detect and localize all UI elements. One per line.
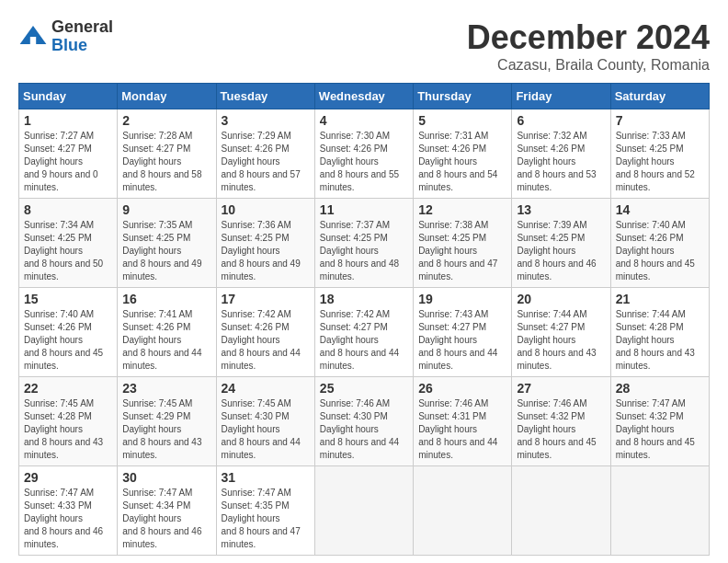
day-info: Sunrise: 7:42 AMSunset: 4:26 PMDaylight …: [222, 309, 301, 371]
page-container: General Blue December 2024 Cazasu, Brail…: [18, 18, 710, 556]
table-row: 6 Sunrise: 7:32 AMSunset: 4:26 PMDayligh…: [512, 109, 610, 199]
day-number: 4: [320, 113, 408, 128]
day-number: 16: [122, 292, 210, 306]
day-number: 28: [616, 381, 704, 396]
day-number: 23: [122, 381, 210, 396]
calendar-header-row: Sunday Monday Tuesday Wednesday Thursday…: [19, 84, 710, 109]
table-row: 3 Sunrise: 7:29 AMSunset: 4:26 PMDayligh…: [216, 109, 314, 199]
day-info: Sunrise: 7:30 AMSunset: 4:26 PMDaylight …: [320, 131, 399, 192]
logo-icon: [18, 22, 48, 52]
svg-rect-1: [30, 37, 36, 44]
header-saturday: Saturday: [610, 84, 709, 109]
day-info: Sunrise: 7:46 AMSunset: 4:32 PMDaylight …: [517, 398, 596, 460]
day-info: Sunrise: 7:40 AMSunset: 4:26 PMDaylight …: [24, 309, 103, 371]
header-tuesday: Tuesday: [216, 84, 314, 109]
day-info: Sunrise: 7:38 AMSunset: 4:25 PMDaylight …: [418, 220, 497, 282]
table-row: 8 Sunrise: 7:34 AMSunset: 4:25 PMDayligh…: [19, 199, 118, 288]
header-wednesday: Wednesday: [314, 84, 413, 109]
day-number: 5: [418, 113, 506, 128]
table-row: 11 Sunrise: 7:37 AMSunset: 4:25 PMDaylig…: [314, 199, 413, 288]
day-number: 30: [122, 470, 210, 485]
table-row: 23 Sunrise: 7:45 AMSunset: 4:29 PMDaylig…: [118, 377, 216, 466]
day-info: Sunrise: 7:40 AMSunset: 4:26 PMDaylight …: [616, 220, 695, 282]
day-info: Sunrise: 7:46 AMSunset: 4:31 PMDaylight …: [418, 398, 497, 460]
table-row: 18 Sunrise: 7:42 AMSunset: 4:27 PMDaylig…: [314, 288, 413, 377]
table-row: [414, 466, 512, 556]
day-info: Sunrise: 7:42 AMSunset: 4:27 PMDaylight …: [320, 309, 399, 371]
day-info: Sunrise: 7:45 AMSunset: 4:28 PMDaylight …: [24, 398, 103, 460]
table-row: 2 Sunrise: 7:28 AMSunset: 4:27 PMDayligh…: [118, 109, 216, 199]
day-info: Sunrise: 7:35 AMSunset: 4:25 PMDaylight …: [122, 220, 201, 282]
day-number: 12: [418, 202, 506, 217]
table-row: 28 Sunrise: 7:47 AMSunset: 4:32 PMDaylig…: [610, 377, 709, 466]
day-info: Sunrise: 7:47 AMSunset: 4:33 PMDaylight …: [24, 488, 103, 549]
day-number: 1: [24, 113, 112, 128]
table-row: [314, 466, 413, 556]
day-info: Sunrise: 7:45 AMSunset: 4:30 PMDaylight …: [222, 398, 301, 460]
day-info: Sunrise: 7:27 AMSunset: 4:27 PMDaylight …: [24, 131, 98, 192]
table-row: 26 Sunrise: 7:46 AMSunset: 4:31 PMDaylig…: [414, 377, 512, 466]
header-friday: Friday: [512, 84, 610, 109]
table-row: 25 Sunrise: 7:46 AMSunset: 4:30 PMDaylig…: [314, 377, 413, 466]
calendar-week-row: 8 Sunrise: 7:34 AMSunset: 4:25 PMDayligh…: [19, 199, 710, 288]
day-number: 27: [517, 381, 605, 396]
logo-text: General Blue: [51, 18, 113, 55]
day-info: Sunrise: 7:36 AMSunset: 4:25 PMDaylight …: [222, 220, 301, 282]
day-info: Sunrise: 7:44 AMSunset: 4:28 PMDaylight …: [616, 309, 695, 371]
table-row: 29 Sunrise: 7:47 AMSunset: 4:33 PMDaylig…: [19, 466, 118, 556]
day-number: 13: [517, 202, 605, 217]
day-number: 25: [320, 381, 408, 396]
day-info: Sunrise: 7:34 AMSunset: 4:25 PMDaylight …: [24, 220, 103, 282]
header-sunday: Sunday: [19, 84, 118, 109]
day-info: Sunrise: 7:47 AMSunset: 4:35 PMDaylight …: [222, 488, 301, 549]
day-info: Sunrise: 7:37 AMSunset: 4:25 PMDaylight …: [320, 220, 399, 282]
day-number: 20: [517, 292, 605, 306]
day-info: Sunrise: 7:32 AMSunset: 4:26 PMDaylight …: [517, 131, 596, 192]
logo: General Blue: [18, 18, 113, 55]
table-row: 10 Sunrise: 7:36 AMSunset: 4:25 PMDaylig…: [216, 199, 314, 288]
day-number: 19: [418, 292, 506, 306]
table-row: 17 Sunrise: 7:42 AMSunset: 4:26 PMDaylig…: [216, 288, 314, 377]
day-number: 14: [616, 202, 704, 217]
day-info: Sunrise: 7:28 AMSunset: 4:27 PMDaylight …: [122, 131, 201, 192]
day-number: 2: [122, 113, 210, 128]
calendar-week-row: 22 Sunrise: 7:45 AMSunset: 4:28 PMDaylig…: [19, 377, 710, 466]
day-info: Sunrise: 7:29 AMSunset: 4:26 PMDaylight …: [222, 131, 301, 192]
table-row: 14 Sunrise: 7:40 AMSunset: 4:26 PMDaylig…: [610, 199, 709, 288]
table-row: 16 Sunrise: 7:41 AMSunset: 4:26 PMDaylig…: [118, 288, 216, 377]
table-row: 7 Sunrise: 7:33 AMSunset: 4:25 PMDayligh…: [610, 109, 709, 199]
table-row: [512, 466, 610, 556]
day-info: Sunrise: 7:47 AMSunset: 4:32 PMDaylight …: [616, 398, 695, 460]
day-number: 10: [222, 202, 310, 217]
logo-general: General: [51, 18, 113, 37]
table-row: 19 Sunrise: 7:43 AMSunset: 4:27 PMDaylig…: [414, 288, 512, 377]
table-row: 22 Sunrise: 7:45 AMSunset: 4:28 PMDaylig…: [19, 377, 118, 466]
day-number: 15: [24, 292, 112, 306]
day-number: 26: [418, 381, 506, 396]
table-row: 1 Sunrise: 7:27 AMSunset: 4:27 PMDayligh…: [19, 109, 118, 199]
calendar-week-row: 1 Sunrise: 7:27 AMSunset: 4:27 PMDayligh…: [19, 109, 710, 199]
header-thursday: Thursday: [414, 84, 512, 109]
table-row: 9 Sunrise: 7:35 AMSunset: 4:25 PMDayligh…: [118, 199, 216, 288]
table-row: 24 Sunrise: 7:45 AMSunset: 4:30 PMDaylig…: [216, 377, 314, 466]
calendar-week-row: 15 Sunrise: 7:40 AMSunset: 4:26 PMDaylig…: [19, 288, 710, 377]
location-title: Cazasu, Braila County, Romania: [467, 57, 710, 74]
day-number: 29: [24, 470, 112, 485]
day-number: 17: [222, 292, 310, 306]
day-number: 6: [517, 113, 605, 128]
day-info: Sunrise: 7:47 AMSunset: 4:34 PMDaylight …: [122, 488, 201, 549]
day-number: 21: [616, 292, 704, 306]
title-section: December 2024 Cazasu, Braila County, Rom…: [467, 18, 710, 74]
header: General Blue December 2024 Cazasu, Brail…: [18, 18, 710, 74]
header-monday: Monday: [118, 84, 216, 109]
table-row: 13 Sunrise: 7:39 AMSunset: 4:25 PMDaylig…: [512, 199, 610, 288]
day-info: Sunrise: 7:33 AMSunset: 4:25 PMDaylight …: [616, 131, 695, 192]
day-info: Sunrise: 7:44 AMSunset: 4:27 PMDaylight …: [517, 309, 596, 371]
day-number: 3: [222, 113, 310, 128]
day-info: Sunrise: 7:31 AMSunset: 4:26 PMDaylight …: [418, 131, 497, 192]
table-row: 15 Sunrise: 7:40 AMSunset: 4:26 PMDaylig…: [19, 288, 118, 377]
table-row: 27 Sunrise: 7:46 AMSunset: 4:32 PMDaylig…: [512, 377, 610, 466]
month-title: December 2024: [467, 18, 710, 57]
table-row: 20 Sunrise: 7:44 AMSunset: 4:27 PMDaylig…: [512, 288, 610, 377]
table-row: 21 Sunrise: 7:44 AMSunset: 4:28 PMDaylig…: [610, 288, 709, 377]
